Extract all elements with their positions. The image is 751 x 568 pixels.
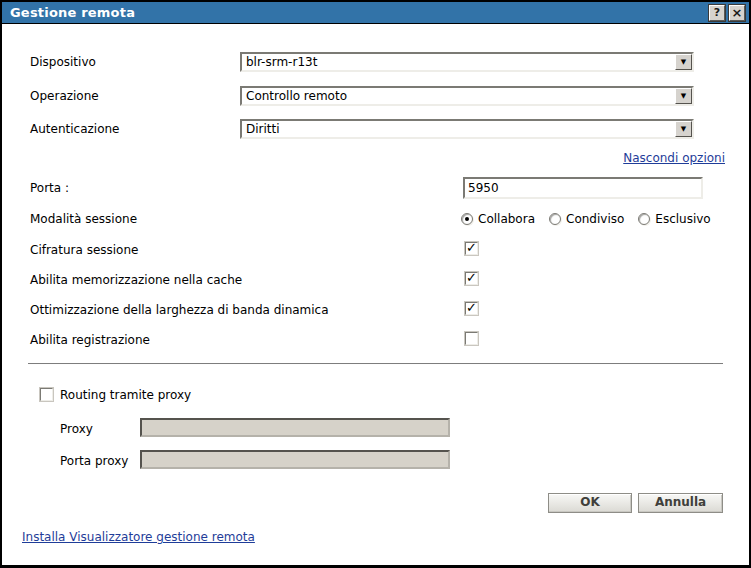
- chevron-down-icon[interactable]: ▼: [675, 88, 692, 104]
- chevron-down-icon[interactable]: ▼: [675, 121, 692, 137]
- session-mode-option-esclusivo[interactable]: Esclusivo: [638, 212, 710, 226]
- session-encryption-checkbox[interactable]: [465, 242, 478, 255]
- proxy-routing-row[interactable]: Routing tramite proxy: [40, 387, 191, 402]
- operation-dropdown-value: Controllo remoto: [242, 89, 675, 103]
- operation-dropdown[interactable]: Controllo remoto ▼: [240, 86, 694, 106]
- authentication-dropdown[interactable]: Diritti ▼: [240, 119, 694, 139]
- proxy-input: [140, 418, 450, 437]
- proxy-routing-checkbox[interactable]: [40, 388, 53, 401]
- radio-collabora[interactable]: [461, 213, 473, 225]
- install-viewer-link[interactable]: Installa Visualizzatore gestione remota: [22, 530, 255, 544]
- close-icon[interactable]: ×: [729, 5, 745, 21]
- ok-button[interactable]: OK: [548, 493, 632, 513]
- bandwidth-optimization-label: Ottimizzazione della larghezza di banda …: [30, 303, 329, 317]
- authentication-label: Autenticazione: [30, 122, 119, 136]
- session-mode-option-condiviso[interactable]: Condiviso: [549, 212, 624, 226]
- enable-caching-label: Abilita memorizzazione nella cache: [30, 273, 242, 287]
- device-dropdown-value: blr-srm-r13t: [242, 55, 675, 69]
- session-encryption-label: Cifratura sessione: [30, 243, 138, 257]
- port-label: Porta :: [30, 181, 69, 195]
- proxy-routing-label: Routing tramite proxy: [60, 388, 191, 402]
- session-mode-option-collabora[interactable]: Collabora: [461, 212, 535, 226]
- cancel-button[interactable]: Annulla: [638, 493, 723, 513]
- remote-management-dialog: Gestione remota ? × Dispositivo blr-srm-…: [0, 0, 751, 568]
- session-mode-radio-group: Collabora Condiviso Esclusivo: [461, 211, 711, 227]
- session-mode-label: Modalità sessione: [30, 212, 137, 226]
- device-label: Dispositivo: [30, 55, 96, 69]
- section-divider: [28, 363, 723, 365]
- device-dropdown[interactable]: blr-srm-r13t ▼: [240, 52, 694, 72]
- hide-options-link[interactable]: Nascondi opzioni: [623, 151, 725, 165]
- radio-condiviso[interactable]: [549, 213, 561, 225]
- enable-logging-label: Abilita registrazione: [30, 333, 150, 347]
- radio-condiviso-label: Condiviso: [566, 212, 624, 226]
- proxy-port-label: Porta proxy: [60, 454, 128, 468]
- radio-collabora-label: Collabora: [478, 212, 535, 226]
- proxy-label: Proxy: [60, 422, 93, 436]
- bandwidth-optimization-checkbox[interactable]: [465, 302, 478, 315]
- dialog-body: Dispositivo blr-srm-r13t ▼ Operazione Co…: [2, 24, 749, 564]
- port-input[interactable]: [463, 177, 703, 199]
- authentication-dropdown-value: Diritti: [242, 122, 675, 136]
- enable-caching-checkbox[interactable]: [465, 272, 478, 285]
- radio-esclusivo[interactable]: [638, 213, 650, 225]
- titlebar: Gestione remota ? ×: [2, 2, 749, 24]
- help-icon[interactable]: ?: [709, 5, 725, 21]
- radio-esclusivo-label: Esclusivo: [655, 212, 710, 226]
- enable-logging-checkbox[interactable]: [465, 332, 478, 345]
- operation-label: Operazione: [30, 89, 99, 103]
- window-title: Gestione remota: [10, 5, 705, 20]
- proxy-port-input: [140, 450, 450, 469]
- chevron-down-icon[interactable]: ▼: [675, 54, 692, 70]
